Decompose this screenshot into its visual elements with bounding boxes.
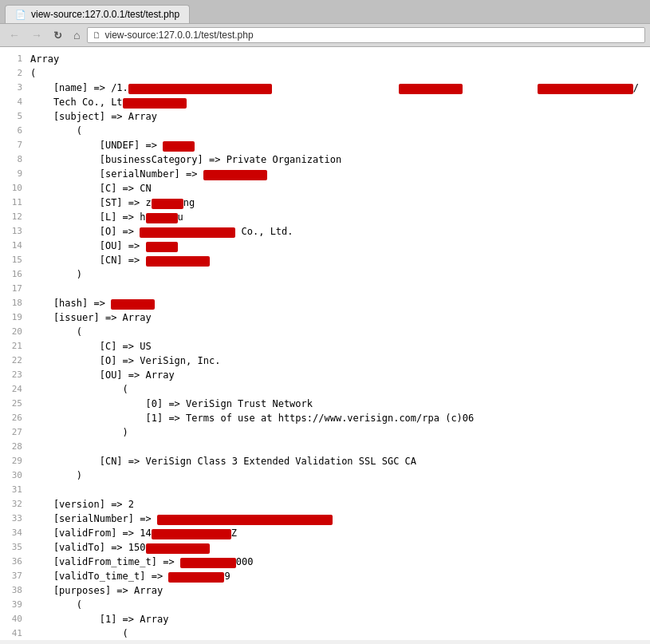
line-content-30: ) [30, 468, 644, 483]
line-num-39: 39 [6, 598, 22, 612]
line-16: 16 ) [6, 267, 644, 282]
line-num-13: 13 [6, 224, 22, 239]
back-button[interactable]: ← [5, 27, 24, 43]
line-num-35: 35 [6, 540, 22, 555]
line-content-32: [version] => 2 [30, 497, 644, 512]
line-num-41: 41 [6, 626, 22, 640]
line-1: 1 Array [6, 52, 644, 66]
line-num-4: 4 [6, 95, 22, 109]
line-30: 30 ) [6, 468, 644, 483]
line-num-27: 27 [6, 425, 22, 440]
line-content-26: [1] => Terms of use at https://www.veris… [30, 411, 644, 425]
line-num-2: 2 [6, 66, 22, 81]
line-content-19: [issuer] => Array [30, 310, 644, 325]
line-num-29: 29 [6, 454, 22, 468]
line-num-21: 21 [6, 339, 22, 354]
line-22: 22 [O] => VeriSign, Inc. [6, 354, 644, 368]
line-19: 19 [issuer] => Array [6, 310, 644, 325]
line-23: 23 [OU] => Array [6, 368, 644, 382]
line-content-6: ( [30, 124, 644, 138]
tab-title: view-source:127.0.0.1/test/test.php [31, 9, 179, 20]
line-27: 27 ) [6, 425, 644, 440]
line-num-28: 28 [6, 440, 22, 454]
line-content-11: [ST] => zng [30, 196, 644, 210]
line-content-2: ( [30, 66, 644, 81]
line-content-23: [OU] => Array [30, 368, 644, 382]
line-num-33: 33 [6, 512, 22, 526]
line-content-7: [UNDEF] => [30, 138, 644, 152]
line-content-1: Array [30, 52, 644, 66]
line-content-36: [validFrom_time_t] => 000 [30, 555, 644, 569]
line-11: 11 [ST] => zng [6, 196, 644, 210]
line-13: 13 [O] => Co., Ltd. [6, 224, 644, 239]
line-12: 12 [L] => hu [6, 210, 644, 224]
line-num-30: 30 [6, 468, 22, 483]
line-3: 3 [name] => /1. / [6, 81, 644, 95]
line-20: 20 ( [6, 325, 644, 339]
line-content-3: [name] => /1. / [30, 81, 644, 95]
address-bar[interactable]: 🗋 view-source:127.0.0.1/test/test.php [87, 27, 645, 43]
forward-button[interactable]: → [27, 27, 46, 43]
line-num-12: 12 [6, 210, 22, 224]
home-button[interactable]: ⌂ [69, 27, 84, 43]
line-29: 29 [CN] => VeriSign Class 3 Extended Val… [6, 454, 644, 468]
line-content-29: [CN] => VeriSign Class 3 Extended Valida… [30, 454, 644, 468]
line-content-15: [CN] => [30, 253, 644, 267]
refresh-button[interactable]: ↻ [49, 28, 66, 43]
line-content-33: [serialNumber] => [30, 512, 644, 526]
line-num-15: 15 [6, 253, 22, 267]
line-num-25: 25 [6, 397, 22, 411]
nav-bar: ← → ↻ ⌂ 🗋 view-source:127.0.0.1/test/tes… [0, 23, 650, 46]
line-content-14: [OU] => [30, 239, 644, 253]
line-28: 28 [6, 440, 644, 454]
line-17: 17 [6, 282, 644, 296]
line-content-20: ( [30, 325, 644, 339]
line-9: 9 [serialNumber] => [6, 167, 644, 181]
line-content-10: [C] => CN [30, 181, 644, 196]
line-num-5: 5 [6, 109, 22, 124]
line-40: 40 [1] => Array [6, 612, 644, 626]
line-num-7: 7 [6, 138, 22, 152]
line-41: 41 ( [6, 626, 644, 640]
line-content-38: [purposes] => Array [30, 583, 644, 598]
line-36: 36 [validFrom_time_t] => 000 [6, 555, 644, 569]
line-num-3: 3 [6, 81, 22, 95]
line-content-5: [subject] => Array [30, 109, 644, 124]
source-view: 1 Array 2 ( 3 [name] => /1. / 4 Tech Co.… [0, 47, 650, 640]
line-26: 26 [1] => Terms of use at https://www.ve… [6, 411, 644, 425]
line-num-34: 34 [6, 526, 22, 540]
line-content-8: [businessCategory] => Private Organizati… [30, 152, 644, 167]
line-num-26: 26 [6, 411, 22, 425]
line-num-11: 11 [6, 196, 22, 210]
line-content-18: [hash] => [30, 296, 644, 310]
line-content-27: ) [30, 425, 644, 440]
line-content-34: [validFrom] => 14Z [30, 526, 644, 540]
line-32: 32 [version] => 2 [6, 497, 644, 512]
line-content-21: [C] => US [30, 339, 644, 354]
tab-icon: 📄 [15, 10, 26, 20]
line-content-9: [serialNumber] => [30, 167, 644, 181]
line-33: 33 [serialNumber] => [6, 512, 644, 526]
line-15: 15 [CN] => [6, 253, 644, 267]
line-num-22: 22 [6, 354, 22, 368]
address-text: view-source:127.0.0.1/test/test.php [104, 30, 253, 41]
line-10: 10 [C] => CN [6, 181, 644, 196]
line-35: 35 [validTo] => 150 [6, 540, 644, 555]
line-2: 2 ( [6, 66, 644, 81]
line-num-36: 36 [6, 555, 22, 569]
line-num-32: 32 [6, 497, 22, 512]
line-38: 38 [purposes] => Array [6, 583, 644, 598]
browser-tab[interactable]: 📄 view-source:127.0.0.1/test/test.php [5, 5, 190, 23]
browser-chrome: 📄 view-source:127.0.0.1/test/test.php ← … [0, 0, 650, 47]
line-num-14: 14 [6, 239, 22, 253]
line-num-8: 8 [6, 152, 22, 167]
line-num-17: 17 [6, 282, 22, 296]
line-content-41: ( [30, 626, 644, 640]
line-18: 18 [hash] => [6, 296, 644, 310]
line-content-13: [O] => Co., Ltd. [30, 224, 644, 239]
line-content-25: [0] => VeriSign Trust Network [30, 397, 644, 411]
line-24: 24 ( [6, 382, 644, 397]
line-37: 37 [validTo_time_t] => 9 [6, 569, 644, 583]
line-6: 6 ( [6, 124, 644, 138]
line-num-9: 9 [6, 167, 22, 181]
